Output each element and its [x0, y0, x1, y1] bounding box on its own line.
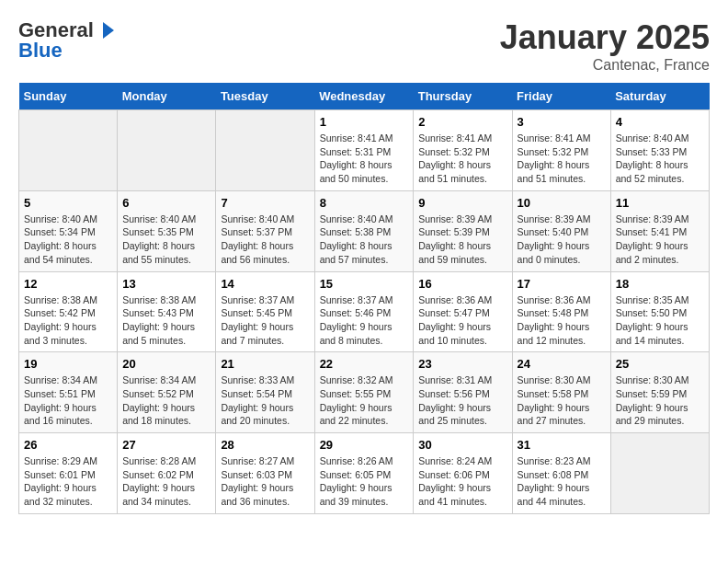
calendar-week-2: 5Sunrise: 8:40 AM Sunset: 5:34 PM Daylig…	[19, 190, 710, 271]
calendar-week-5: 26Sunrise: 8:29 AM Sunset: 6:01 PM Dayli…	[19, 433, 710, 514]
calendar-cell	[610, 433, 709, 514]
day-info: Sunrise: 8:27 AM Sunset: 6:03 PM Dayligh…	[221, 454, 309, 509]
day-number: 31	[518, 438, 606, 452]
calendar-cell: 2Sunrise: 8:41 AM Sunset: 5:32 PM Daylig…	[414, 110, 512, 191]
calendar-cell: 22Sunrise: 8:32 AM Sunset: 5:55 PM Dayli…	[314, 352, 414, 433]
day-info: Sunrise: 8:36 AM Sunset: 5:48 PM Dayligh…	[518, 293, 606, 348]
calendar-cell: 25Sunrise: 8:30 AM Sunset: 5:59 PM Dayli…	[610, 352, 709, 433]
calendar-cell: 24Sunrise: 8:30 AM Sunset: 5:58 PM Dayli…	[512, 352, 610, 433]
day-info: Sunrise: 8:35 AM Sunset: 5:50 PM Dayligh…	[616, 293, 704, 348]
logo-blue-text: Blue	[18, 39, 63, 63]
calendar-header-wednesday: Wednesday	[314, 83, 414, 110]
calendar-cell	[216, 110, 314, 191]
day-number: 17	[518, 277, 606, 291]
calendar-cell: 5Sunrise: 8:40 AM Sunset: 5:34 PM Daylig…	[19, 190, 118, 271]
calendar-cell: 8Sunrise: 8:40 AM Sunset: 5:38 PM Daylig…	[314, 190, 414, 271]
calendar-week-3: 12Sunrise: 8:38 AM Sunset: 5:42 PM Dayli…	[19, 271, 710, 352]
day-number: 30	[418, 438, 506, 452]
calendar-cell: 21Sunrise: 8:33 AM Sunset: 5:54 PM Dayli…	[216, 352, 314, 433]
calendar-body: 1Sunrise: 8:41 AM Sunset: 5:31 PM Daylig…	[19, 110, 710, 514]
page-title: January 2025	[500, 18, 710, 57]
calendar-cell: 29Sunrise: 8:26 AM Sunset: 6:05 PM Dayli…	[314, 433, 414, 514]
calendar-cell: 17Sunrise: 8:36 AM Sunset: 5:48 PM Dayli…	[512, 271, 610, 352]
day-info: Sunrise: 8:41 AM Sunset: 5:32 PM Dayligh…	[518, 132, 606, 186]
day-number: 1	[320, 115, 409, 129]
day-number: 9	[418, 196, 506, 210]
calendar-table: SundayMondayTuesdayWednesdayThursdayFrid…	[18, 83, 710, 514]
day-number: 4	[616, 115, 704, 129]
day-info: Sunrise: 8:24 AM Sunset: 6:06 PM Dayligh…	[418, 454, 506, 509]
day-number: 14	[221, 277, 309, 291]
calendar-cell: 28Sunrise: 8:27 AM Sunset: 6:03 PM Dayli…	[216, 433, 314, 514]
day-number: 13	[122, 277, 210, 291]
day-number: 19	[24, 357, 112, 371]
calendar-header-tuesday: Tuesday	[216, 83, 314, 110]
day-info: Sunrise: 8:38 AM Sunset: 5:42 PM Dayligh…	[24, 293, 112, 348]
day-info: Sunrise: 8:37 AM Sunset: 5:45 PM Dayligh…	[221, 293, 309, 348]
calendar-header-sunday: Sunday	[19, 83, 118, 110]
calendar-cell: 31Sunrise: 8:23 AM Sunset: 6:08 PM Dayli…	[512, 433, 610, 514]
calendar-cell: 12Sunrise: 8:38 AM Sunset: 5:42 PM Dayli…	[19, 271, 118, 352]
calendar-cell: 15Sunrise: 8:37 AM Sunset: 5:46 PM Dayli…	[314, 271, 414, 352]
day-number: 5	[24, 196, 112, 210]
calendar-header-row: SundayMondayTuesdayWednesdayThursdayFrid…	[19, 83, 710, 110]
calendar-cell: 10Sunrise: 8:39 AM Sunset: 5:40 PM Dayli…	[512, 190, 610, 271]
calendar-cell: 1Sunrise: 8:41 AM Sunset: 5:31 PM Daylig…	[314, 110, 414, 191]
day-info: Sunrise: 8:26 AM Sunset: 6:05 PM Dayligh…	[320, 454, 409, 509]
day-number: 25	[616, 357, 704, 371]
day-info: Sunrise: 8:40 AM Sunset: 5:34 PM Dayligh…	[24, 213, 112, 267]
day-number: 3	[518, 115, 606, 129]
day-info: Sunrise: 8:29 AM Sunset: 6:01 PM Dayligh…	[24, 454, 112, 509]
day-number: 16	[418, 277, 506, 291]
page-header: General Blue January 2025 Cantenac, Fran…	[18, 18, 710, 74]
day-number: 20	[122, 357, 210, 371]
day-info: Sunrise: 8:41 AM Sunset: 5:32 PM Dayligh…	[418, 132, 506, 186]
day-number: 28	[221, 438, 309, 452]
day-info: Sunrise: 8:38 AM Sunset: 5:43 PM Dayligh…	[122, 293, 210, 348]
day-info: Sunrise: 8:40 AM Sunset: 5:37 PM Dayligh…	[221, 213, 309, 267]
calendar-cell: 20Sunrise: 8:34 AM Sunset: 5:52 PM Dayli…	[118, 352, 216, 433]
day-number: 10	[518, 196, 606, 210]
calendar-cell: 14Sunrise: 8:37 AM Sunset: 5:45 PM Dayli…	[216, 271, 314, 352]
day-number: 27	[122, 438, 210, 452]
day-info: Sunrise: 8:32 AM Sunset: 5:55 PM Dayligh…	[320, 373, 409, 428]
logo: General Blue	[18, 18, 116, 63]
calendar-cell: 11Sunrise: 8:39 AM Sunset: 5:41 PM Dayli…	[610, 190, 709, 271]
calendar-week-1: 1Sunrise: 8:41 AM Sunset: 5:31 PM Daylig…	[19, 110, 710, 191]
logo-icon	[96, 20, 116, 40]
calendar-cell: 26Sunrise: 8:29 AM Sunset: 6:01 PM Dayli…	[19, 433, 118, 514]
svg-marker-0	[103, 22, 114, 39]
day-number: 24	[518, 357, 606, 371]
day-info: Sunrise: 8:34 AM Sunset: 5:52 PM Dayligh…	[122, 373, 210, 428]
calendar-cell: 23Sunrise: 8:31 AM Sunset: 5:56 PM Dayli…	[414, 352, 512, 433]
day-number: 8	[320, 196, 409, 210]
day-info: Sunrise: 8:30 AM Sunset: 5:58 PM Dayligh…	[518, 373, 606, 428]
calendar-cell: 27Sunrise: 8:28 AM Sunset: 6:02 PM Dayli…	[118, 433, 216, 514]
calendar-header-thursday: Thursday	[414, 83, 512, 110]
calendar-cell: 30Sunrise: 8:24 AM Sunset: 6:06 PM Dayli…	[414, 433, 512, 514]
day-info: Sunrise: 8:31 AM Sunset: 5:56 PM Dayligh…	[418, 373, 506, 428]
calendar-cell: 6Sunrise: 8:40 AM Sunset: 5:35 PM Daylig…	[118, 190, 216, 271]
calendar-header-saturday: Saturday	[610, 83, 709, 110]
day-info: Sunrise: 8:41 AM Sunset: 5:31 PM Dayligh…	[320, 132, 409, 186]
day-number: 11	[616, 196, 704, 210]
day-number: 6	[122, 196, 210, 210]
calendar-cell: 4Sunrise: 8:40 AM Sunset: 5:33 PM Daylig…	[610, 110, 709, 191]
day-info: Sunrise: 8:30 AM Sunset: 5:59 PM Dayligh…	[616, 373, 704, 428]
day-number: 29	[320, 438, 409, 452]
day-number: 15	[320, 277, 409, 291]
day-info: Sunrise: 8:40 AM Sunset: 5:33 PM Dayligh…	[616, 132, 704, 186]
calendar-cell	[118, 110, 216, 191]
day-info: Sunrise: 8:40 AM Sunset: 5:38 PM Dayligh…	[320, 213, 409, 267]
calendar-header-monday: Monday	[118, 83, 216, 110]
day-info: Sunrise: 8:37 AM Sunset: 5:46 PM Dayligh…	[320, 293, 409, 348]
day-number: 12	[24, 277, 112, 291]
page-subtitle: Cantenac, France	[500, 57, 710, 74]
day-info: Sunrise: 8:33 AM Sunset: 5:54 PM Dayligh…	[221, 373, 309, 428]
day-number: 22	[320, 357, 409, 371]
day-info: Sunrise: 8:28 AM Sunset: 6:02 PM Dayligh…	[122, 454, 210, 509]
calendar-cell: 9Sunrise: 8:39 AM Sunset: 5:39 PM Daylig…	[414, 190, 512, 271]
calendar-cell: 16Sunrise: 8:36 AM Sunset: 5:47 PM Dayli…	[414, 271, 512, 352]
day-info: Sunrise: 8:34 AM Sunset: 5:51 PM Dayligh…	[24, 373, 112, 428]
calendar-cell: 13Sunrise: 8:38 AM Sunset: 5:43 PM Dayli…	[118, 271, 216, 352]
